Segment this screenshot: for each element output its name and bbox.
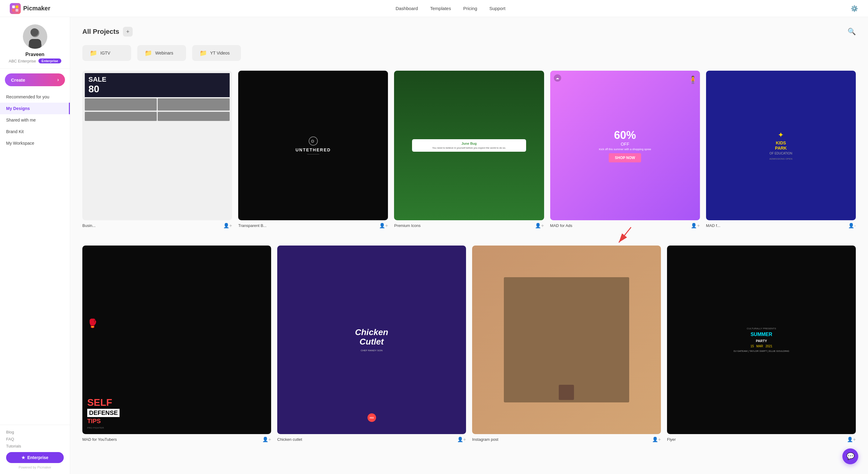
folder-yt-videos[interactable]: 📁 YT Videos [192, 45, 241, 61]
design-label: Transparent B... [238, 223, 267, 228]
share-icon[interactable]: 👤+ [652, 437, 661, 442]
design-thumb-untethered: ⊙ UNTETHERED [238, 71, 388, 220]
logo[interactable]: Picmaker [10, 3, 50, 14]
design-card-self-defense[interactable]: 🥊 SELF DEFENSE TIPS PRO FIGHTER MAD for … [82, 245, 271, 442]
share-icon[interactable]: 👤+ [262, 437, 271, 442]
folder-icon: 📁 [199, 49, 207, 57]
share-icon[interactable]: 👤+ [535, 223, 544, 229]
footer-blog[interactable]: Blog [6, 430, 64, 434]
sidebar-item-my-designs[interactable]: My Designs [0, 103, 70, 114]
design-thumb-business: SALE80 [82, 71, 232, 220]
design-label: Chicken cutlet [277, 437, 302, 442]
design-label-row: Transparent B... 👤+ [238, 223, 388, 229]
sidebar-item-brand-kit[interactable]: Brand Kit [0, 126, 70, 137]
design-label-row: MAD for Ads 👤+ [550, 223, 700, 229]
svg-rect-8 [29, 39, 41, 49]
design-label: MAD f... [706, 223, 720, 228]
design-label-row: Premium Icons 👤+ [394, 223, 544, 229]
nav-dashboard[interactable]: Dashboard [396, 6, 418, 11]
figure-icon: 🧍 [688, 75, 698, 84]
projects-title-row: All Projects + [82, 27, 133, 37]
design-thumb-flyer: CULTURALLY PRESENTS SUMMER PARTY 15 MAR … [667, 245, 856, 434]
share-icon[interactable]: 👤+ [691, 223, 700, 229]
folder-igtv[interactable]: 📁 IGTV [82, 45, 131, 61]
projects-header: All Projects + 🔍 [82, 27, 856, 37]
nav-pricing[interactable]: Pricing [463, 6, 477, 11]
design-thumb-self-defense: 🥊 SELF DEFENSE TIPS PRO FIGHTER [82, 245, 271, 434]
sidebar-item-workspace[interactable]: My Workspace [0, 137, 70, 149]
star-icon: ★ [21, 455, 25, 460]
instagram-photo [504, 277, 629, 402]
sidebar-item-shared[interactable]: Shared with me [0, 114, 70, 126]
svg-line-10 [619, 227, 631, 242]
design-card-untethered[interactable]: ⊙ UNTETHERED Transparent B... 👤+ [238, 71, 388, 229]
design-card-premium[interactable]: June Bug You need to believe in yourself… [394, 71, 544, 229]
share-icon[interactable]: 👤+ [847, 437, 856, 442]
design-label: Busin... [82, 223, 95, 228]
footer-tutorials[interactable]: Tutorials [6, 444, 64, 448]
search-icon: 🔍 [847, 28, 856, 35]
sidebar-profile: Praveen ABC Enterprise Enterprise [0, 17, 70, 69]
sidebar-nav: Recommended for you My Designs Shared wi… [0, 89, 70, 425]
design-label: MAD for YouTubers [82, 437, 117, 442]
create-arrow-icon: › [57, 77, 59, 82]
top-nav: Picmaker Dashboard Templates Pricing Sup… [0, 0, 868, 17]
search-button[interactable]: 🔍 [847, 28, 856, 36]
share-icon[interactable]: 👤+ [457, 437, 466, 442]
folder-webinars[interactable]: 📁 Webinars [137, 45, 186, 61]
svg-rect-0 [12, 5, 15, 8]
nav-right: ⚙️ [850, 5, 858, 12]
design-label: MAD for Ads [550, 223, 572, 228]
svg-rect-3 [16, 9, 18, 11]
gear-icon[interactable]: ⚙️ [850, 5, 858, 12]
app-name: Picmaker [23, 5, 50, 12]
nav-templates[interactable]: Templates [430, 6, 451, 11]
company-row: ABC Enterprise Enterprise [8, 59, 61, 63]
design-card-mad-ads[interactable]: ☁ 🧍 60% OFF Kick off this summer with a … [550, 71, 700, 229]
sidebar-item-recommended[interactable]: Recommended for you [0, 91, 70, 103]
powered-by: Powered by Picmaker [6, 466, 64, 469]
designs-grid-row2: 🥊 SELF DEFENSE TIPS PRO FIGHTER MAD for … [82, 245, 856, 442]
logo-icon [10, 3, 21, 14]
footer-faq[interactable]: FAQ [6, 437, 64, 441]
folder-label: Webinars [155, 50, 173, 56]
sidebar-item-label: My Designs [6, 106, 30, 111]
enterprise-btn-label: Enterprise [27, 455, 48, 460]
share-icon[interactable]: 👤- [848, 223, 856, 229]
design-thumb-chicken: ChickenCutlet CHEF RANDY SON #03 [277, 245, 466, 434]
design-card-chicken[interactable]: ChickenCutlet CHEF RANDY SON #03 Chicken… [277, 245, 466, 442]
design-card-flyer[interactable]: CULTURALLY PRESENTS SUMMER PARTY 15 MAR … [667, 245, 856, 442]
nav-support[interactable]: Support [490, 6, 506, 11]
svg-rect-2 [12, 9, 15, 11]
add-project-button[interactable]: + [123, 27, 133, 37]
folder-icon: 📁 [90, 49, 97, 57]
company-name: ABC Enterprise [8, 59, 36, 63]
design-label: Instagram post [472, 437, 498, 442]
chat-icon: 💬 [846, 452, 855, 460]
untethered-text: UNTETHERED [296, 147, 331, 152]
designs-grid-row1: SALE80 Busin... 👤+ [82, 71, 856, 229]
sidebar-item-label: Brand Kit [6, 129, 24, 134]
chat-button[interactable]: 💬 [842, 448, 858, 464]
svg-point-7 [31, 28, 38, 36]
folder-icon: 📁 [145, 49, 152, 57]
sidebar-footer: Blog FAQ Tutorials ★ Enterprise Powered … [0, 425, 70, 474]
create-label: Create [11, 77, 25, 82]
avatar [23, 24, 47, 49]
create-button[interactable]: Create › [5, 73, 65, 86]
design-card-kids[interactable]: ✦ KIDSPARK OF EDUCATION ADMISSIONS OPEN … [706, 71, 856, 229]
enterprise-button[interactable]: ★ Enterprise [6, 452, 64, 463]
nav-links: Dashboard Templates Pricing Support [396, 6, 505, 11]
share-icon[interactable]: 👤+ [223, 223, 232, 229]
design-card-instagram[interactable]: Instagram post 👤+ [472, 245, 661, 442]
folder-label: IGTV [100, 50, 111, 56]
folders-row: 📁 IGTV 📁 Webinars 📁 YT Videos [82, 45, 856, 61]
design-thumb-premium: June Bug You need to believe in yourself… [394, 71, 544, 220]
share-icon[interactable]: 👤+ [379, 223, 388, 229]
design-thumb-instagram [472, 245, 661, 434]
circle-icon: ⊙ [309, 136, 318, 146]
page-title: All Projects [82, 28, 119, 36]
design-thumb-kids: ✦ KIDSPARK OF EDUCATION ADMISSIONS OPEN [706, 71, 856, 220]
design-label-row: MAD f... 👤- [706, 223, 856, 229]
design-card-business[interactable]: SALE80 Busin... 👤+ [82, 71, 232, 229]
